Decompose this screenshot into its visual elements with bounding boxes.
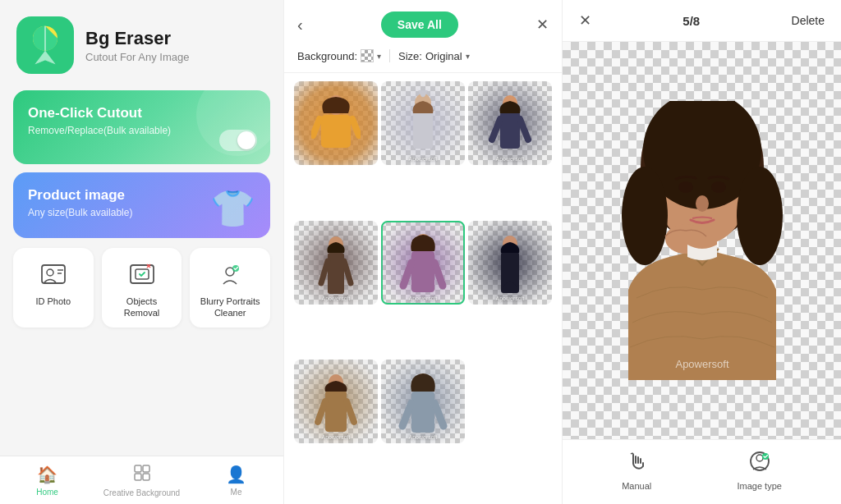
delete-button[interactable]: Delete — [792, 14, 825, 27]
id-photo-label: ID Photo — [35, 296, 71, 307]
creative-bg-icon — [134, 465, 150, 485]
svg-line-34 — [403, 263, 411, 286]
size-label: Size: — [398, 50, 422, 62]
app-icon — [16, 16, 74, 74]
grid-cell-7[interactable]: Apowersoft — [294, 360, 378, 443]
watermark-5: Apowersoft — [408, 296, 437, 301]
blurry-portraits-label: Blurry Portraits Cleaner — [196, 296, 264, 319]
background-select[interactable]: Background: ▾ — [297, 49, 381, 62]
grid-cell-2[interactable]: Apowersoft — [381, 81, 465, 165]
svg-line-40 — [318, 401, 325, 422]
watermark-3: Apowersoft — [495, 156, 524, 162]
svg-line-19 — [352, 119, 359, 135]
manual-label: Manual — [622, 481, 651, 491]
svg-rect-15 — [143, 474, 149, 480]
objects-removal-tool[interactable]: Objects Removal — [102, 248, 182, 328]
grid-cell-4[interactable]: Apowersoft — [294, 221, 378, 305]
bottom-nav: 🏠 Home Creative Background 👤 Me — [0, 456, 283, 504]
manual-tool[interactable]: Manual — [622, 450, 651, 491]
tools-row: ID Photo Objects Removal — [13, 248, 270, 328]
svg-line-45 — [434, 403, 443, 426]
person-fig-8 — [381, 360, 465, 443]
svg-line-30 — [321, 261, 328, 283]
background-dropdown-arrow: ▾ — [377, 52, 381, 61]
svg-point-49 — [622, 167, 668, 265]
checkered-bg-icon — [361, 49, 374, 62]
image-grid: Apowersoft Apowersoft — [284, 73, 562, 504]
svg-line-18 — [313, 119, 319, 135]
mid-panel: ‹ Save All ✕ Background: ▾ Size: Origina… — [283, 0, 563, 504]
back-button[interactable]: ‹ — [297, 16, 303, 34]
person-fig-3 — [468, 81, 552, 165]
grid-cell-1[interactable] — [294, 81, 378, 165]
watermark-8: Apowersoft — [408, 434, 437, 440]
svg-rect-12 — [135, 465, 141, 472]
svg-point-51 — [696, 195, 709, 212]
person-fig-2 — [381, 81, 465, 165]
product-card[interactable]: Product image Any size(Bulk available) 👕 — [13, 172, 270, 238]
nav-home[interactable]: 🏠 Home — [0, 456, 94, 504]
right-bottom-tools: Manual Image type — [563, 439, 841, 504]
svg-point-50 — [737, 167, 783, 265]
home-icon: 🏠 — [37, 465, 57, 484]
svg-point-11 — [232, 265, 239, 272]
svg-rect-21 — [413, 112, 433, 149]
portrait-svg: Apowersoft — [620, 101, 784, 380]
cutout-card[interactable]: One-Click Cutout Remove/Replace(Bulk ava… — [13, 90, 270, 164]
svg-point-52 — [678, 181, 693, 193]
svg-rect-39 — [325, 391, 347, 432]
right-panel: ✕ 5/8 Delete — [563, 0, 841, 504]
svg-text:Apowersoft: Apowersoft — [675, 358, 728, 370]
nav-home-label: Home — [36, 488, 58, 497]
svg-rect-43 — [411, 392, 434, 433]
size-select[interactable]: Size: Original ▾ — [398, 50, 470, 62]
main-image: Apowersoft — [620, 101, 784, 380]
cutout-toggle[interactable] — [219, 130, 257, 151]
mid-toolbar: Background: ▾ Size: Original ▾ — [284, 49, 562, 73]
save-all-button[interactable]: Save All — [381, 11, 458, 38]
nav-creative-bg-label: Creative Background — [103, 488, 180, 497]
blurry-portraits-icon — [215, 259, 245, 289]
person-fig-6 — [468, 221, 552, 305]
toggle-knob — [237, 131, 255, 149]
grid-cell-8[interactable]: Apowersoft — [381, 360, 465, 443]
svg-line-35 — [434, 263, 443, 286]
app-subtitle: Cutout For Any Image — [85, 51, 189, 63]
id-photo-tool[interactable]: ID Photo — [13, 248, 94, 328]
objects-removal-label: Objects Removal — [108, 296, 176, 319]
grid-cell-5[interactable]: Apowersoft — [381, 221, 465, 305]
right-close-button[interactable]: ✕ — [579, 11, 591, 30]
person-fig-4 — [294, 221, 378, 305]
image-type-tool[interactable]: Image type — [737, 450, 781, 491]
svg-rect-29 — [328, 253, 344, 294]
close-button[interactable]: ✕ — [536, 16, 549, 34]
nav-me-label: Me — [231, 488, 242, 497]
svg-rect-13 — [143, 465, 149, 472]
blurry-portraits-tool[interactable]: Blurry Portraits Cleaner — [190, 248, 270, 328]
svg-line-27 — [520, 119, 528, 140]
svg-point-53 — [711, 181, 726, 193]
svg-line-41 — [347, 401, 354, 422]
main-image-container: Apowersoft — [563, 42, 841, 439]
app-header: Bg Eraser Cutout For Any Image — [0, 0, 283, 82]
grid-cell-6[interactable]: Apowersoft — [468, 221, 552, 305]
svg-rect-17 — [321, 115, 351, 148]
nav-creative-bg[interactable]: Creative Background — [94, 456, 189, 504]
svg-rect-14 — [135, 474, 141, 480]
objects-removal-icon — [127, 259, 157, 289]
grid-cell-3[interactable]: Apowersoft — [468, 81, 552, 165]
image-type-label: Image type — [737, 481, 781, 491]
watermark-6: Apowersoft — [495, 296, 524, 301]
svg-point-59 — [762, 453, 769, 460]
background-label: Background: — [297, 50, 357, 62]
svg-rect-33 — [411, 251, 434, 292]
image-type-icon — [748, 450, 771, 478]
watermark-4: Apowersoft — [321, 296, 350, 301]
toolbar-divider — [389, 49, 390, 62]
nav-me[interactable]: 👤 Me — [189, 456, 283, 504]
svg-line-31 — [344, 261, 351, 283]
watermark-2: Apowersoft — [408, 156, 437, 162]
svg-line-44 — [402, 403, 411, 426]
me-icon: 👤 — [226, 465, 246, 484]
svg-line-23 — [423, 90, 427, 94]
